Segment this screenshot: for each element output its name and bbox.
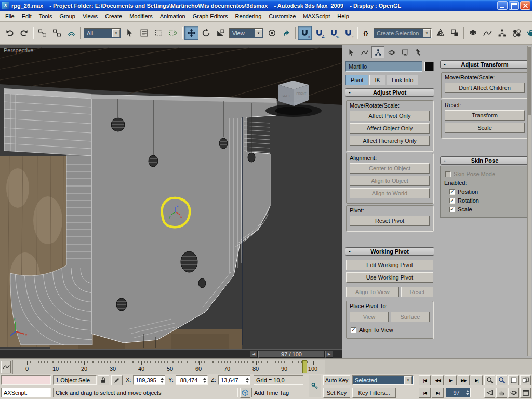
tab-pivot[interactable]: Pivot	[345, 75, 368, 85]
menu-tools[interactable]: Tools	[35, 12, 56, 20]
affect-object-only-button[interactable]: Affect Object Only	[350, 123, 430, 134]
frame-spinner[interactable]	[465, 389, 470, 396]
maxscript-listener-field[interactable]: AXScript.	[1, 388, 51, 397]
viewport-canvas[interactable]: z x y x y LEFT FRON	[0, 45, 342, 349]
title-bar[interactable]: 3 rpg_26.max - Project Folder: E:\Docume…	[0, 0, 532, 11]
menu-animation[interactable]: Animation	[156, 12, 189, 20]
skin-pose-mode-checkbox[interactable]	[445, 171, 451, 177]
select-and-scale-icon[interactable]	[214, 26, 228, 40]
command-panel-scrollbar[interactable]	[527, 46, 531, 356]
menu-group[interactable]: Group	[56, 12, 79, 20]
motion-tab-icon[interactable]	[385, 46, 398, 58]
time-tag-icon[interactable]	[240, 388, 250, 398]
unlink-selection-icon[interactable]	[50, 26, 64, 40]
next-key-icon[interactable]: ▶|	[432, 388, 444, 398]
skin-pose-rollout-header[interactable]: - Skin Pose	[440, 156, 529, 165]
scrollbar-thumb[interactable]	[528, 47, 531, 115]
menu-edit[interactable]: Edit	[18, 12, 35, 20]
y-coordinate-field[interactable]: -88,474	[176, 375, 208, 385]
snaps-toggle-icon[interactable]: 3	[298, 26, 312, 40]
display-tab-icon[interactable]	[398, 46, 411, 58]
spinner-snap-icon[interactable]: ↕	[341, 26, 355, 40]
menu-customize[interactable]: Customize	[265, 12, 299, 20]
object-name-field[interactable]: Martillo	[345, 61, 422, 72]
x-coordinate-field[interactable]: 189,395	[133, 375, 165, 385]
zoom-icon[interactable]	[484, 375, 495, 385]
select-and-move-icon[interactable]	[184, 26, 198, 40]
reset-button[interactable]: Reset	[401, 287, 433, 297]
reference-coordsys-dropdown[interactable]: View ▼	[229, 28, 263, 38]
menu-help[interactable]: Help	[334, 12, 353, 20]
align-icon[interactable]	[448, 26, 462, 40]
previous-frame-icon[interactable]: ◀◀	[432, 375, 444, 385]
dont-affect-children-button[interactable]: Don't Affect Children	[445, 83, 525, 93]
affect-pivot-only-button[interactable]: Affect Pivot Only	[350, 111, 430, 121]
menu-views[interactable]: Views	[79, 12, 101, 20]
named-selection-set-combo[interactable]: Create Selection Set ▼	[374, 28, 432, 38]
align-to-object-button[interactable]: Align to Object	[350, 176, 430, 186]
selection-lock-icon[interactable]	[98, 375, 109, 385]
hierarchy-tab-icon[interactable]	[371, 46, 384, 58]
x-spinner[interactable]	[159, 376, 164, 384]
edit-named-selection-sets-icon[interactable]: {}	[360, 26, 372, 40]
affect-hierarchy-only-button[interactable]: Affect Hierarchy Only	[350, 136, 430, 146]
use-working-pivot-button[interactable]: Use Working Pivot	[346, 272, 433, 283]
open-mini-curve-editor-button[interactable]	[1, 361, 11, 373]
add-time-tag-field[interactable]: Add Time Tag	[251, 388, 305, 397]
window-crossing-icon[interactable]	[166, 26, 180, 40]
select-object-icon[interactable]	[123, 26, 137, 40]
zoom-all-icon[interactable]	[496, 375, 507, 385]
schematic-view-icon[interactable]	[495, 26, 509, 40]
y-spinner[interactable]	[202, 376, 207, 384]
auto-key-button[interactable]: Auto Key	[323, 375, 350, 385]
position-checkbox[interactable]: ✓	[449, 189, 455, 195]
material-editor-icon[interactable]	[510, 26, 524, 40]
utilities-tab-icon[interactable]	[412, 46, 425, 58]
macro-recorder-field[interactable]	[1, 375, 51, 385]
bind-to-spacewarp-icon[interactable]	[64, 26, 78, 40]
minimize-button[interactable]	[497, 1, 508, 10]
key-mode-dropdown[interactable]: Selected ▼	[352, 375, 414, 385]
select-and-manipulate-icon[interactable]	[280, 26, 294, 40]
place-pivot-surface-button[interactable]: Surface	[391, 312, 430, 322]
current-frame-field[interactable]: 97	[446, 388, 471, 397]
curve-editor-icon[interactable]	[481, 26, 495, 40]
chevron-down-icon[interactable]: ▼	[423, 29, 431, 37]
field-of-view-icon[interactable]	[484, 388, 495, 398]
reset-transform-button[interactable]: Transform	[445, 110, 525, 121]
close-button[interactable]	[520, 1, 530, 10]
absolute-offset-mode-icon[interactable]	[111, 375, 123, 385]
viewport-label[interactable]: Perspective	[4, 47, 33, 54]
z-spinner[interactable]	[245, 376, 249, 384]
reset-scale-button[interactable]: Scale	[445, 123, 525, 133]
zoom-extents-all-icon[interactable]	[520, 375, 531, 385]
selection-filter-dropdown[interactable]: All ▼	[84, 28, 121, 38]
go-to-start-icon[interactable]: |◀	[419, 375, 431, 385]
center-to-object-button[interactable]: Center to Object	[350, 163, 430, 174]
menu-rendering[interactable]: Rendering	[232, 12, 265, 20]
menu-maxscript[interactable]: MAXScript	[299, 12, 334, 20]
align-to-view-button[interactable]: Align To View	[346, 287, 399, 297]
adjust-transform-rollout-header[interactable]: - Adjust Transform	[440, 60, 529, 69]
menu-graph-editors[interactable]: Graph Editors	[189, 12, 232, 20]
mirror-icon[interactable]	[433, 26, 447, 40]
chevron-down-icon[interactable]: ▼	[404, 376, 412, 384]
set-keys-icon[interactable]	[309, 375, 321, 397]
redo-icon[interactable]	[17, 26, 31, 40]
modify-tab-icon[interactable]	[358, 46, 371, 58]
place-pivot-view-button[interactable]: View	[350, 312, 389, 322]
use-pivot-point-center-icon[interactable]	[265, 26, 279, 40]
tab-link-info[interactable]: Link Info	[387, 75, 419, 85]
edit-working-pivot-button[interactable]: Edit Working Pivot	[346, 260, 433, 270]
tab-ik[interactable]: IK	[369, 75, 385, 85]
previous-key-icon[interactable]: |◀	[419, 388, 431, 398]
z-coordinate-field[interactable]: 13,647	[218, 375, 250, 385]
pan-icon[interactable]	[496, 388, 507, 398]
scale-checkbox[interactable]: ✓	[449, 207, 455, 212]
create-tab-icon[interactable]	[344, 46, 357, 58]
menu-create[interactable]: Create	[101, 12, 126, 20]
set-key-button[interactable]: Set Key	[323, 388, 350, 398]
select-by-name-icon[interactable]	[137, 26, 151, 40]
zoom-extents-icon[interactable]	[508, 375, 519, 385]
select-and-link-icon[interactable]	[35, 26, 49, 40]
